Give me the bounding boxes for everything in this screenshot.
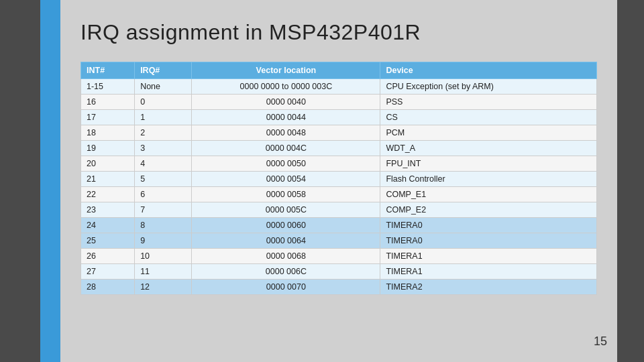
cell-int: 21 [81, 172, 135, 187]
table-row: 1-15None0000 0000 to 0000 003CCPU Except… [81, 79, 597, 95]
cell-vector: 0000 004C [192, 141, 380, 156]
cell-irq: 9 [135, 233, 192, 249]
cell-irq: 11 [135, 264, 192, 280]
col-header-vector: Vector location [192, 62, 380, 79]
cell-int: 16 [81, 95, 135, 110]
table-row: 2480000 0060TIMERA0 [81, 218, 597, 233]
cell-vector: 0000 0064 [192, 233, 380, 249]
cell-irq: 8 [135, 218, 192, 233]
cell-device: WDT_A [380, 141, 597, 156]
cell-int: 25 [81, 233, 135, 249]
cell-irq: None [135, 79, 192, 95]
cell-vector: 0000 0060 [192, 218, 380, 233]
cell-irq: 3 [135, 141, 192, 156]
cell-device: CS [380, 110, 597, 125]
cell-device: Flash Controller [380, 172, 597, 187]
cell-irq: 10 [135, 249, 192, 264]
cell-int: 22 [81, 187, 135, 202]
cell-int: 23 [81, 202, 135, 218]
cell-device: PSS [380, 95, 597, 110]
cell-device: TIMERA1 [380, 264, 597, 280]
cell-int: 18 [81, 125, 135, 141]
page-title: IRQ assignment in MSP432P401R [80, 20, 597, 45]
page-number: 15 [594, 335, 607, 349]
table-row: 1930000 004CWDT_A [81, 141, 597, 156]
cell-vector: 0000 0054 [192, 172, 380, 187]
main-content: IRQ assignment in MSP432P401R INT# IRQ# … [67, 0, 610, 362]
cell-int: 27 [81, 264, 135, 280]
cell-irq: 5 [135, 172, 192, 187]
cell-int: 1-15 [81, 79, 135, 95]
cell-int: 24 [81, 218, 135, 233]
table-header-row: INT# IRQ# Vector location Device [81, 62, 597, 79]
cell-vector: 0000 0048 [192, 125, 380, 141]
col-header-device: Device [380, 62, 597, 79]
cell-device: TIMERA1 [380, 249, 597, 264]
col-header-irq: IRQ# [135, 62, 192, 79]
cell-irq: 1 [135, 110, 192, 125]
cell-irq: 7 [135, 202, 192, 218]
left-decorative-panel [0, 0, 40, 362]
cell-int: 20 [81, 156, 135, 172]
irq-table: INT# IRQ# Vector location Device 1-15Non… [80, 62, 597, 295]
cell-irq: 0 [135, 95, 192, 110]
table-row: 2590000 0064TIMERA0 [81, 233, 597, 249]
right-decorative-panel [617, 0, 644, 362]
table-row: 1820000 0048PCM [81, 125, 597, 141]
cell-vector: 0000 0044 [192, 110, 380, 125]
cell-int: 28 [81, 280, 135, 295]
cell-int: 17 [81, 110, 135, 125]
cell-irq: 2 [135, 125, 192, 141]
cell-device: TIMERA2 [380, 280, 597, 295]
cell-device: COMP_E2 [380, 202, 597, 218]
cell-int: 26 [81, 249, 135, 264]
cell-vector: 0000 0070 [192, 280, 380, 295]
table-body: 1-15None0000 0000 to 0000 003CCPU Except… [81, 79, 597, 295]
cell-vector: 0000 006C [192, 264, 380, 280]
cell-device: FPU_INT [380, 156, 597, 172]
table-row: 28120000 0070TIMERA2 [81, 280, 597, 295]
col-header-int: INT# [81, 62, 135, 79]
table-row: 1710000 0044CS [81, 110, 597, 125]
cell-device: CPU Exception (set by ARM) [380, 79, 597, 95]
cell-vector: 0000 0068 [192, 249, 380, 264]
cell-int: 19 [81, 141, 135, 156]
table-row: 27110000 006CTIMERA1 [81, 264, 597, 280]
cell-vector: 0000 005C [192, 202, 380, 218]
table-row: 2370000 005CCOMP_E2 [81, 202, 597, 218]
table-row: 1600000 0040PSS [81, 95, 597, 110]
cell-irq: 12 [135, 280, 192, 295]
cell-device: TIMERA0 [380, 233, 597, 249]
cell-irq: 6 [135, 187, 192, 202]
cell-irq: 4 [135, 156, 192, 172]
table-row: 2260000 0058COMP_E1 [81, 187, 597, 202]
cell-device: COMP_E1 [380, 187, 597, 202]
table-row: 2150000 0054Flash Controller [81, 172, 597, 187]
cell-device: PCM [380, 125, 597, 141]
irq-table-container: INT# IRQ# Vector location Device 1-15Non… [80, 62, 597, 295]
table-row: 2040000 0050FPU_INT [81, 156, 597, 172]
cell-vector: 0000 0050 [192, 156, 380, 172]
table-row: 26100000 0068TIMERA1 [81, 249, 597, 264]
cell-vector: 0000 0040 [192, 95, 380, 110]
cell-vector: 0000 0058 [192, 187, 380, 202]
left-blue-panel [40, 0, 60, 362]
cell-vector: 0000 0000 to 0000 003C [192, 79, 380, 95]
cell-device: TIMERA0 [380, 218, 597, 233]
